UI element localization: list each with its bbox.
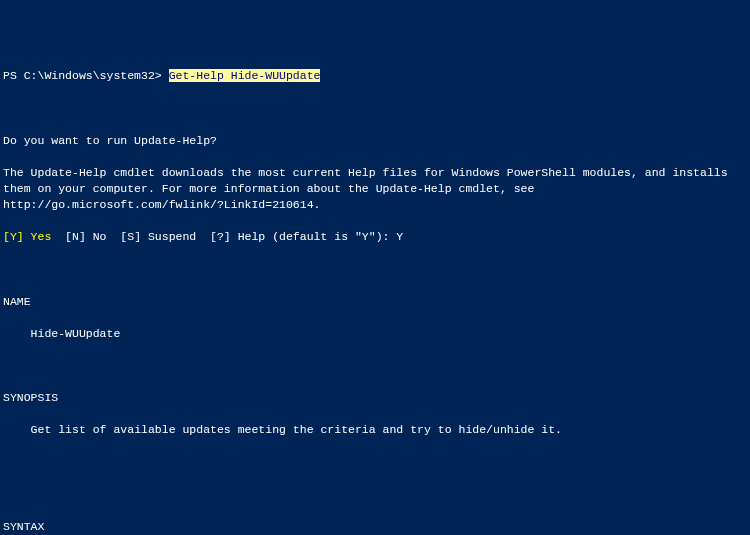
blank-line: [3, 262, 747, 278]
name-header: NAME: [3, 294, 747, 310]
yes-option: [Y] Yes: [3, 230, 51, 243]
update-help-desc: The Update-Help cmdlet downloads the mos…: [3, 165, 747, 213]
syntax-header: SYNTAX: [3, 519, 747, 535]
prompt-line[interactable]: PS C:\Windows\system32> Get-Help Hide-WU…: [3, 68, 747, 84]
synopsis-header: SYNOPSIS: [3, 390, 747, 406]
other-options: [N] No [S] Suspend [?] Help (default is …: [51, 230, 403, 243]
update-help-question: Do you want to run Update-Help?: [3, 133, 747, 149]
blank-line: [3, 455, 747, 471]
update-help-options[interactable]: [Y] Yes [N] No [S] Suspend [?] Help (def…: [3, 229, 747, 245]
blank-line: [3, 101, 747, 117]
blank-line: [3, 487, 747, 503]
command-text: Get-Help Hide-WUUpdate: [169, 69, 321, 82]
name-value: Hide-WUUpdate: [3, 326, 747, 342]
blank-line: [3, 358, 747, 374]
synopsis-value: Get list of available updates meeting th…: [3, 422, 747, 438]
terminal-output: PS C:\Windows\system32> Get-Help Hide-WU…: [3, 68, 747, 535]
prompt-prefix: PS C:\Windows\system32>: [3, 69, 169, 82]
